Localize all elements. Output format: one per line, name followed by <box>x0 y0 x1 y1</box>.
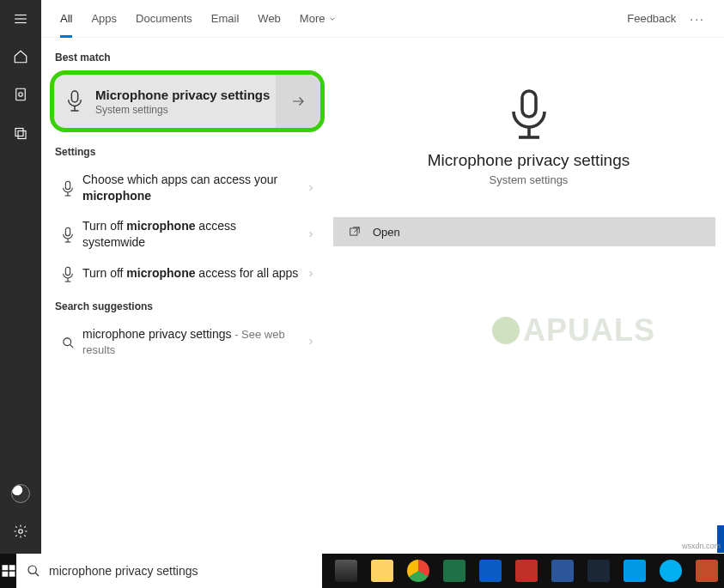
settings-result-text: Choose which apps can access your microp… <box>82 172 301 204</box>
svg-rect-33 <box>2 572 8 577</box>
svg-rect-6 <box>18 131 26 139</box>
windows-icon <box>1 563 16 579</box>
chevron-down-icon <box>328 15 337 23</box>
app-icon[interactable] <box>509 554 544 588</box>
home-icon[interactable] <box>0 38 41 76</box>
svg-point-4 <box>19 93 23 97</box>
taskbar-search[interactable] <box>16 554 322 588</box>
detail-pane: Microphone privacy settings System setti… <box>333 38 724 554</box>
tab-apps[interactable]: Apps <box>91 0 117 38</box>
microphone-icon <box>54 89 95 113</box>
microphone-icon <box>53 264 82 283</box>
svg-rect-34 <box>9 572 15 577</box>
chevron-right-icon <box>301 269 321 279</box>
best-match-title: Microphone privacy settings <box>95 88 276 102</box>
settings-icon[interactable] <box>0 512 41 550</box>
svg-line-36 <box>35 573 39 576</box>
edge-icon[interactable] <box>473 554 508 588</box>
settings-result-text: Turn off microphone access systemwide <box>82 218 301 251</box>
section-suggestions: Search suggestions <box>50 295 325 319</box>
settings-result-text: Turn off microphone access for all apps <box>82 265 301 282</box>
settings-result-item[interactable]: Turn off microphone access systemwide <box>50 211 325 258</box>
watermark: APUALS <box>492 312 655 349</box>
web-suggestion-item[interactable]: microphone privacy settings - See web re… <box>50 319 325 366</box>
detail-title: Microphone privacy settings <box>333 151 724 170</box>
start-menu-rail <box>0 0 41 588</box>
open-icon <box>349 226 361 238</box>
settings-result-item[interactable]: Turn off microphone access for all apps <box>50 258 325 290</box>
task-view-icon[interactable] <box>329 554 363 588</box>
svg-rect-3 <box>16 88 26 100</box>
search-icon <box>27 564 40 578</box>
tab-documents[interactable]: Documents <box>136 0 192 38</box>
search-results-panel: All Apps Documents Email Web More Feedba… <box>41 0 724 554</box>
feedback-link[interactable]: Feedback <box>627 12 676 25</box>
svg-point-7 <box>19 530 23 534</box>
search-input[interactable] <box>49 564 312 578</box>
expand-arrow-icon[interactable] <box>276 75 320 128</box>
account-avatar[interactable] <box>0 475 41 512</box>
mail-icon[interactable] <box>618 554 652 588</box>
svg-rect-32 <box>9 565 15 570</box>
tab-more[interactable]: More <box>300 0 338 38</box>
best-match-result[interactable]: Microphone privacy settings System setti… <box>50 70 325 132</box>
section-best-match: Best match <box>50 46 325 70</box>
recent-icon[interactable] <box>0 76 41 113</box>
hamburger-icon[interactable] <box>0 0 41 38</box>
results-list: Best match Microphone privacy settings S… <box>41 38 333 554</box>
word-icon[interactable] <box>545 554 580 588</box>
svg-rect-5 <box>15 129 23 136</box>
chrome-icon[interactable] <box>401 554 435 588</box>
svg-rect-29 <box>350 228 357 235</box>
taskbar <box>0 554 724 588</box>
best-match-subtitle: System settings <box>95 104 276 116</box>
source-credit: wsxdn.com <box>682 542 721 550</box>
tab-web[interactable]: Web <box>258 0 281 38</box>
chevron-right-icon <box>301 229 321 239</box>
settings-result-item[interactable]: Choose which apps can access your microp… <box>50 165 325 211</box>
collections-icon[interactable] <box>0 113 41 151</box>
svg-point-35 <box>28 566 36 573</box>
chevron-right-icon <box>301 183 321 193</box>
svg-rect-11 <box>71 91 77 102</box>
microphone-icon <box>53 179 82 197</box>
excel-icon[interactable] <box>437 554 472 588</box>
svg-rect-21 <box>65 267 70 275</box>
svg-rect-15 <box>65 181 70 189</box>
section-settings: Settings <box>50 141 325 165</box>
svg-rect-18 <box>65 227 70 235</box>
svg-rect-31 <box>2 565 8 570</box>
svg-line-25 <box>70 344 73 348</box>
svg-rect-26 <box>522 91 536 117</box>
tab-email[interactable]: Email <box>211 0 240 38</box>
microphone-icon <box>53 225 82 244</box>
taskbar-apps <box>322 554 724 588</box>
steam-icon[interactable] <box>581 554 616 588</box>
search-icon <box>53 335 82 349</box>
chevron-right-icon <box>301 336 321 347</box>
skype-icon[interactable] <box>654 554 688 588</box>
file-explorer-icon[interactable] <box>365 554 399 588</box>
start-button[interactable] <box>0 554 16 588</box>
tab-all[interactable]: All <box>60 0 72 38</box>
web-suggestion-text: microphone privacy settings - See web re… <box>82 326 301 359</box>
open-button[interactable]: Open <box>333 217 715 246</box>
detail-subtitle: System settings <box>333 173 724 186</box>
app-icon[interactable] <box>690 554 724 588</box>
microphone-icon <box>333 89 724 141</box>
more-options-icon[interactable]: ··· <box>690 12 705 26</box>
filter-tabs: All Apps Documents Email Web More Feedba… <box>41 0 724 38</box>
svg-point-24 <box>63 338 70 346</box>
